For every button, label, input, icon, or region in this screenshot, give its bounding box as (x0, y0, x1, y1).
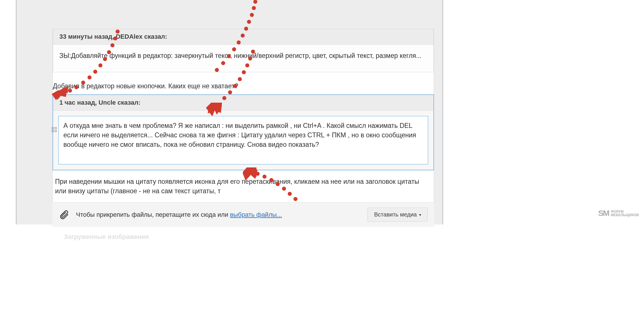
attach-hint-text: Чтобы прикрепить файлы, перетащите их сю… (76, 211, 230, 218)
quote-body: ЗЫ:Добавляйте функций в редактор: зачерк… (53, 45, 433, 72)
attachment-bar: Чтобы прикрепить файлы, перетащите их сю… (52, 202, 434, 227)
insert-media-label: Вставить медиа (374, 211, 417, 218)
svg-rect-2 (52, 130, 54, 132)
uploaded-images-section: Загруженные изображения (52, 227, 434, 241)
svg-rect-3 (55, 130, 57, 132)
svg-rect-1 (55, 127, 57, 129)
choose-files-link[interactable]: выбрать файлы... (230, 211, 282, 218)
chevron-down-icon: ▾ (419, 212, 421, 217)
quote-block: 33 минуты назад, DEDAlex сказал: ЗЫ:Доба… (53, 29, 434, 72)
watermark-logo: SM (598, 209, 609, 218)
quote-header: 1 час назад, Uncle сказал: (53, 95, 433, 111)
uploaded-images-title: Загруженные изображения (64, 233, 423, 241)
paperclip-icon (59, 209, 69, 220)
quote-header: 33 минуты назад, DEDAlex сказал: (53, 29, 433, 45)
attach-hint: Чтобы прикрепить файлы, перетащите их сю… (76, 211, 361, 218)
editor-text-line[interactable]: Добавил в редактор новые кнопочки. Каких… (53, 72, 434, 94)
svg-rect-0 (52, 127, 54, 129)
editor-content-area[interactable]: 33 минуты назад, DEDAlex сказал: ЗЫ:Доба… (52, 29, 434, 253)
quote-body[interactable]: А откуда мне знать в чем проблема? Я же … (58, 116, 428, 165)
editor-panel: 33 минуты назад, DEDAlex сказал: ЗЫ:Доба… (16, 0, 443, 225)
editor-text-line[interactable]: При наведении мышки на цитату появляется… (53, 170, 434, 202)
insert-media-button[interactable]: Вставить медиа ▾ (367, 208, 428, 222)
site-watermark: SM ФОРУМ МЕБЕЛЬЩИКОВ (598, 209, 639, 218)
quote-block-selected[interactable]: 1 час назад, Uncle сказал: А откуда мне … (53, 95, 434, 170)
watermark-line2: МЕБЕЛЬЩИКОВ (611, 213, 639, 217)
move-icon[interactable] (52, 127, 57, 132)
